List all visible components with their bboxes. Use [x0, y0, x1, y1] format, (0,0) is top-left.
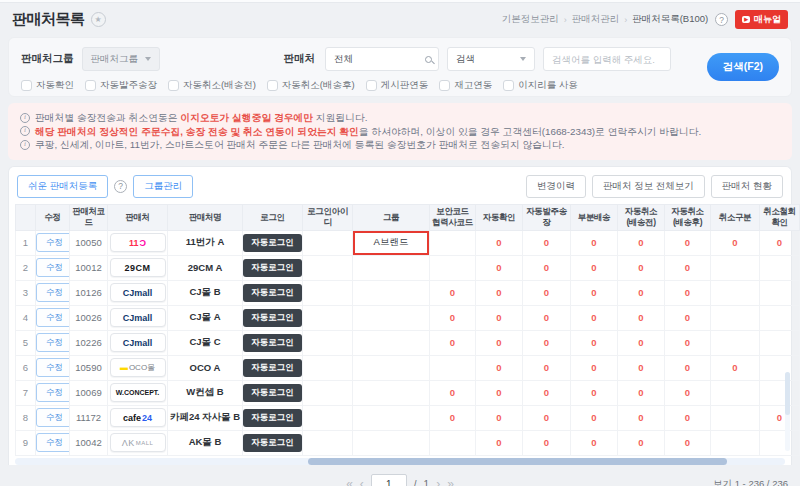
column-header: 판매처 [108, 204, 168, 230]
seller-logo: ΛK MALL [110, 433, 166, 452]
scrollbar-thumb[interactable] [785, 372, 790, 415]
login-cell: 자동로그인 [243, 255, 303, 280]
search-field-select[interactable]: 검색 [447, 47, 535, 71]
auto-login-button[interactable]: 자동로그인 [243, 409, 302, 427]
auto-login-button[interactable]: 자동로그인 [243, 259, 302, 277]
filter-checkbox[interactable]: 게시판연동 [366, 79, 429, 92]
page-number-input[interactable] [371, 474, 407, 486]
breadcrumb-item[interactable]: 기본정보관리 [502, 13, 559, 26]
filter-checkbox[interactable]: 자동취소(배송후) [267, 79, 355, 92]
group-cell: A브랜드 [353, 230, 430, 255]
first-page-icon[interactable]: « [346, 477, 353, 486]
login-id-cell [303, 380, 353, 405]
group-cell [353, 255, 430, 280]
next-page-icon[interactable]: › [436, 477, 440, 486]
edit-cell: 수정 [36, 380, 70, 405]
value-cell: 0 [618, 330, 665, 355]
login-id-cell [303, 355, 353, 380]
column-header: 판매처명 [168, 204, 243, 230]
checkbox-icon [21, 80, 32, 91]
edit-button[interactable]: 수정 [36, 333, 70, 352]
auto-login-button[interactable]: 자동로그인 [243, 309, 302, 327]
group-cell [353, 330, 430, 355]
search-button[interactable]: 검색(F2) [707, 53, 779, 81]
auto-login-button[interactable]: 자동로그인 [243, 384, 302, 402]
breadcrumb-item[interactable]: 판매처목록(B100) [632, 13, 708, 26]
table-row: 8수정11172cafe24카페24 자사몰 B자동로그인0000000 [16, 405, 800, 430]
value-cell: 0 [665, 305, 711, 330]
seller-name: OCO A [168, 355, 243, 380]
auto-login-button[interactable]: 자동로그인 [243, 284, 302, 302]
value-cell: 0 [476, 380, 523, 405]
toolbar-button[interactable]: 그룹관리 [133, 175, 193, 198]
search-icon[interactable] [425, 56, 432, 63]
value-cell [760, 255, 800, 280]
auto-login-button[interactable]: 자동로그인 [243, 359, 302, 377]
seller-logo: 29CM [110, 258, 166, 277]
seller-logo: W.CONCEPT. [110, 383, 166, 402]
column-header: 자동확인 [476, 204, 523, 230]
edit-button[interactable]: 수정 [36, 408, 70, 427]
toolbar-button[interactable]: 쉬운 판매처등록 [17, 175, 108, 198]
value-cell: 0 [430, 305, 476, 330]
info-icon: i [20, 140, 30, 150]
group-select[interactable]: 판매처그룹 [82, 47, 160, 71]
value-cell [760, 430, 800, 455]
favorite-star-icon[interactable]: ★ [91, 12, 106, 27]
breadcrumb-item[interactable]: 판매처관리 [572, 13, 620, 26]
seller-code: 10012 [70, 255, 108, 280]
toolbar: 쉬운 판매처등록?그룹관리 변경이력판매처 정보 전체보기판매처 현황 [15, 173, 785, 204]
login-id-cell [303, 255, 353, 280]
toolbar-button[interactable]: 변경이력 [526, 175, 586, 198]
edit-button[interactable]: 수정 [36, 433, 70, 452]
filter-checkbox[interactable]: 이지리를 사용 [503, 79, 578, 92]
prev-page-icon[interactable]: ‹ [360, 477, 364, 486]
value-cell: 0 [711, 355, 760, 380]
seller-name: CJ몰 A [168, 305, 243, 330]
vertical-scrollbar[interactable] [785, 372, 790, 451]
filter-checkbox[interactable]: 재고연동 [439, 79, 492, 92]
value-cell: 0 [571, 230, 618, 255]
login-id-cell [303, 430, 353, 455]
value-cell: 0 [571, 380, 618, 405]
auto-login-button[interactable]: 자동로그인 [243, 234, 302, 252]
edit-button[interactable]: 수정 [36, 283, 70, 302]
login-id-cell [303, 305, 353, 330]
keyword-input[interactable] [543, 47, 671, 71]
auto-login-button[interactable]: 자동로그인 [243, 434, 302, 452]
value-cell: 0 [523, 230, 571, 255]
row-number: 1 [16, 230, 36, 255]
row-number: 9 [16, 430, 36, 455]
seller-logo: CJmall [110, 333, 166, 352]
last-page-icon[interactable]: » [447, 477, 454, 486]
login-id-cell [303, 405, 353, 430]
notice-line: i쿠팡, 신세계, 이마트, 11번가, 스마트스토어 판매처 주문은 다른 판… [20, 138, 780, 152]
page-header: 판매처목록 ★ 기본정보관리›판매처관리›판매처목록(B100) ? ▶매뉴얼 [0, 3, 800, 35]
toolbar-button[interactable]: 판매처 현황 [711, 175, 783, 198]
toolbar-button[interactable]: 판매처 정보 전체보기 [592, 175, 705, 198]
notice-box: i판매처별 송장전송과 취소연동은 이지오토가 실행중일 경우에만 지원됩니다.… [8, 103, 792, 160]
edit-button[interactable]: 수정 [36, 258, 70, 277]
seller-input[interactable] [325, 47, 439, 71]
edit-cell: 수정 [36, 230, 70, 255]
help-icon[interactable]: ? [715, 13, 728, 26]
filter-checkbox[interactable]: 자동발주송장 [85, 79, 157, 92]
value-cell [430, 355, 476, 380]
horizontal-scrollbar[interactable] [15, 458, 785, 465]
login-cell: 자동로그인 [243, 380, 303, 405]
edit-button[interactable]: 수정 [36, 383, 70, 402]
checkbox-icon [503, 80, 514, 91]
filter-checkbox[interactable]: 자동확인 [21, 79, 74, 92]
manual-button[interactable]: ▶매뉴얼 [735, 10, 788, 29]
value-cell: 0 [476, 255, 523, 280]
seller-logo: 11Ɔ [110, 233, 166, 252]
edit-button[interactable]: 수정 [36, 233, 70, 252]
edit-button[interactable]: 수정 [36, 308, 70, 327]
scrollbar-thumb[interactable] [308, 458, 728, 465]
checkbox-icon [366, 80, 377, 91]
filter-checkbox[interactable]: 자동취소(배송전) [168, 79, 256, 92]
edit-button[interactable]: 수정 [36, 358, 70, 377]
auto-login-button[interactable]: 자동로그인 [243, 334, 302, 352]
seller-logo-cell: 29CM [108, 255, 168, 280]
row-number: 3 [16, 280, 36, 305]
